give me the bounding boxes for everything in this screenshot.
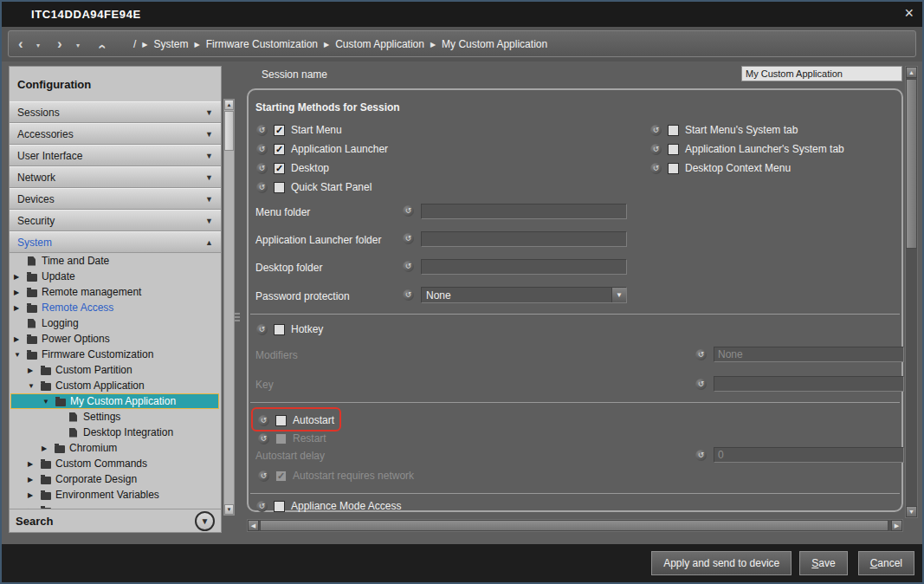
checkbox-appliance-mode-access[interactable] <box>274 501 285 512</box>
tree-item-power-options[interactable]: ▶ Power Options <box>10 331 220 347</box>
tree-item-firmware-customization[interactable]: ▼ Firmware Customization <box>10 347 220 362</box>
expander-icon[interactable]: ▼ <box>42 398 55 406</box>
main-horizontal-scrollbar[interactable]: ◀ ▶ <box>247 519 903 532</box>
menu-folder-input[interactable] <box>421 204 627 219</box>
back-dropdown-caret-icon[interactable]: ▾ <box>36 42 40 49</box>
tree-item-custom-partition[interactable]: ▶ Custom Partition <box>10 362 220 378</box>
expander-icon[interactable]: ▼ <box>28 382 41 390</box>
search-expand-button[interactable]: ▼ <box>195 511 215 531</box>
scroll-right-button[interactable]: ▶ <box>891 520 902 531</box>
sidebar-item-user-interface[interactable]: User Interface ▼ <box>10 145 221 166</box>
tree-item-corporate-design[interactable]: ▶ Corporate Design <box>10 471 220 487</box>
reset-parameter-icon[interactable]: ↺ <box>403 289 414 301</box>
reset-parameter-icon[interactable]: ↺ <box>256 163 268 174</box>
reset-parameter-icon[interactable]: ↺ <box>650 144 662 155</box>
session-name-input[interactable] <box>741 66 902 81</box>
back-icon[interactable]: ‹ <box>18 36 23 53</box>
reset-parameter-icon[interactable]: ↺ <box>256 324 268 335</box>
checkbox-quick-start-panel[interactable] <box>274 182 285 193</box>
reset-parameter-icon[interactable]: ↺ <box>256 501 268 512</box>
checkbox-start-menu[interactable]: ✓ <box>274 125 285 136</box>
tree-item-custom-application[interactable]: ▼ Custom Application <box>10 378 220 393</box>
breadcrumb-item-my-custom-application[interactable]: My Custom Application <box>442 38 547 50</box>
scrollbar-thumb[interactable] <box>906 79 917 249</box>
scrollbar-thumb[interactable] <box>260 520 888 531</box>
expander-icon[interactable]: ▶ <box>28 460 41 468</box>
sidebar-item-accessories[interactable]: Accessories ▼ <box>10 123 221 145</box>
sidebar-item-security[interactable]: Security ▼ <box>10 210 221 231</box>
scrollbar-thumb[interactable] <box>224 111 234 151</box>
expander-icon[interactable]: ▶ <box>42 444 55 452</box>
reset-parameter-icon[interactable]: ↺ <box>403 233 414 244</box>
sidebar-item-devices[interactable]: Devices ▼ <box>10 188 221 210</box>
reset-parameter-icon[interactable]: ↺ <box>650 125 662 136</box>
tree-item-remote-management[interactable]: ▶ Remote management <box>10 284 220 300</box>
panel-splitter[interactable] <box>235 307 240 328</box>
expander-icon[interactable]: ▶ <box>28 367 41 374</box>
reset-parameter-icon[interactable]: ↺ <box>695 450 707 461</box>
dropdown-arrow-icon[interactable]: ▼ <box>611 288 626 302</box>
checkbox-start-menu-system-tab[interactable] <box>668 125 679 136</box>
up-icon[interactable]: › <box>93 44 110 49</box>
forward-icon[interactable]: › <box>57 36 62 53</box>
tree-item-update[interactable]: ▶ Update <box>10 269 220 284</box>
scroll-left-button[interactable]: ◀ <box>248 520 259 531</box>
reset-parameter-icon[interactable]: ↺ <box>256 125 268 136</box>
selected-option: None <box>422 289 611 302</box>
close-icon[interactable]: × <box>904 4 914 23</box>
desktop-folder-input[interactable] <box>421 259 627 275</box>
scroll-down-button[interactable]: ▼ <box>906 506 917 517</box>
reset-parameter-icon[interactable]: ↺ <box>695 349 707 360</box>
expander-icon[interactable]: ▶ <box>28 491 41 499</box>
tree-item-custom-commands[interactable]: ▶ Custom Commands <box>10 456 220 471</box>
expander-icon[interactable]: ▶ <box>14 273 27 281</box>
checkbox-desktop-context-menu[interactable] <box>668 163 679 174</box>
cancel-button[interactable]: Cancel <box>858 551 914 575</box>
breadcrumb-item-custom-application[interactable]: Custom Application <box>335 38 424 50</box>
tree-item-settings[interactable]: Settings <box>10 409 220 425</box>
tree-item-environment-variables[interactable]: ▶ Environment Variables <box>10 487 220 503</box>
breadcrumb-root[interactable]: / <box>133 38 136 50</box>
reset-parameter-icon[interactable]: ↺ <box>258 470 269 482</box>
reset-parameter-icon[interactable]: ↺ <box>695 379 707 390</box>
expander-icon[interactable]: ▶ <box>14 304 27 312</box>
reset-parameter-icon[interactable]: ↺ <box>258 433 269 444</box>
reset-parameter-icon[interactable]: ↺ <box>650 163 662 174</box>
reset-parameter-icon[interactable]: ↺ <box>403 261 414 272</box>
expander-icon[interactable]: ▶ <box>28 476 41 483</box>
sidebar-scrollbar[interactable]: ▲ ▼ <box>223 99 235 516</box>
page-icon <box>69 428 77 438</box>
folder-icon <box>27 352 37 360</box>
checkbox-application-launcher[interactable]: ✓ <box>274 144 285 155</box>
expander-icon[interactable]: ▼ <box>14 351 27 359</box>
scroll-down-button[interactable]: ▼ <box>224 504 234 515</box>
scroll-up-button[interactable]: ▲ <box>224 100 234 110</box>
expander-icon[interactable]: ▶ <box>14 289 27 296</box>
reset-parameter-icon[interactable]: ↺ <box>256 144 268 155</box>
sidebar-item-network[interactable]: Network ▼ <box>10 166 221 188</box>
tree-item-remote-access[interactable]: ▶ Remote Access <box>10 300 220 315</box>
tree-item-desktop-integration[interactable]: Desktop Integration <box>10 425 220 440</box>
forward-dropdown-caret-icon[interactable]: ▾ <box>76 42 80 49</box>
breadcrumb-item-firmware-customization[interactable]: Firmware Customization <box>206 38 318 50</box>
main-vertical-scrollbar[interactable]: ▲ ▼ <box>905 66 918 518</box>
expander-icon[interactable]: ▶ <box>14 335 27 343</box>
sidebar-item-system[interactable]: System ▲ <box>10 231 221 253</box>
reset-parameter-icon[interactable]: ↺ <box>403 205 414 217</box>
checkbox-application-launcher-system-tab[interactable] <box>668 144 679 155</box>
application-launcher-folder-input[interactable] <box>421 231 627 247</box>
password-protection-select[interactable]: None ▼ <box>421 287 627 303</box>
tree-item-logging[interactable]: Logging <box>10 315 220 331</box>
breadcrumb-item-system[interactable]: System <box>154 38 189 50</box>
tree-item-partial[interactable]: ▶ <box>10 503 220 509</box>
sidebar-item-sessions[interactable]: Sessions ▼ <box>10 101 221 123</box>
tree-item-my-custom-application[interactable]: ▼ My Custom Application <box>10 393 219 409</box>
checkbox-hotkey[interactable] <box>274 324 285 335</box>
checkbox-desktop[interactable]: ✓ <box>274 163 285 174</box>
scroll-up-button[interactable]: ▲ <box>906 67 917 78</box>
save-button[interactable]: Save <box>799 551 847 575</box>
apply-and-send-button[interactable]: Apply and send to device <box>651 551 792 575</box>
tree-item-chromium[interactable]: ▶ Chromium <box>10 440 220 456</box>
tree-item-time-and-date[interactable]: Time and Date <box>10 253 220 269</box>
reset-parameter-icon[interactable]: ↺ <box>256 182 268 193</box>
